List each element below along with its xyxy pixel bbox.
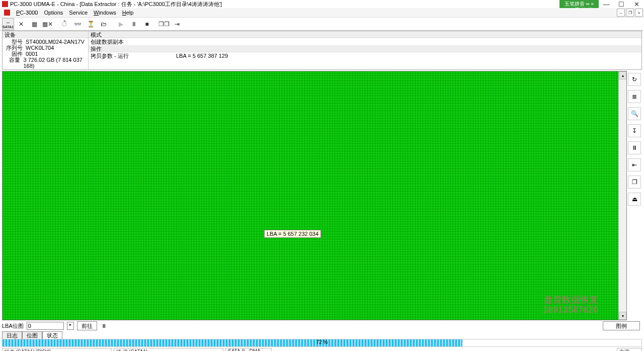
disk-x-icon[interactable]: ▦✕ xyxy=(41,18,53,30)
bottom-tabs: 日志 位图 状态 xyxy=(2,331,642,339)
header-panels: 设备 型号ST4000LM024-2AN17V 序列号WCK0L704 固件00… xyxy=(2,31,642,70)
fw-label: 固件 xyxy=(5,51,23,57)
watermark: 盘首数据恢复 18913587620 xyxy=(543,295,598,315)
serial-value: WCK0L704 xyxy=(26,45,54,51)
model-value: ST4000LM024-2AN17V xyxy=(26,39,85,45)
rail-pause-icon[interactable]: ⏸ xyxy=(628,141,641,154)
model-label: 型号 xyxy=(5,39,23,45)
window-title: PC-3000 UDMA-E - China - [Data Extractor… xyxy=(10,1,222,8)
tree-icon[interactable]: ੈ xyxy=(58,18,70,30)
menu-windows[interactable]: Windows xyxy=(91,10,119,16)
device-section-title: 设备 xyxy=(3,31,88,38)
menu-service[interactable]: Service xyxy=(66,10,91,16)
status-panel-errors: 错 误 (SATA1) BBKUNCINFABRTONAMN xyxy=(114,348,223,351)
sata-port-button[interactable]: ↔SATA1 xyxy=(2,18,14,30)
mode-value: 创建数据副本 xyxy=(91,39,639,45)
tab-log[interactable]: 日志 xyxy=(2,331,22,339)
op-section-title: 操作 xyxy=(89,45,641,52)
folder-icon[interactable]: 🗁 xyxy=(98,18,110,30)
rail-cursor-icon[interactable]: ↧ xyxy=(628,124,641,137)
status-panel-sata-title: SATA-II - DMA xyxy=(226,348,271,351)
mdi-controls: – ❐ × xyxy=(617,9,643,17)
menu-help[interactable]: Help xyxy=(119,10,137,16)
tools-icon[interactable]: ✕ xyxy=(15,18,27,30)
app-icon xyxy=(2,1,8,7)
system-menu-icon[interactable] xyxy=(4,10,10,16)
rail-copy-icon[interactable]: ❐ xyxy=(628,176,641,189)
titlebar: PC-3000 UDMA-E - China - [Data Extractor… xyxy=(0,0,644,8)
maximize-button[interactable]: ☐ xyxy=(614,0,629,8)
mdi-minimize-button[interactable]: – xyxy=(617,9,625,17)
content: LBA = 5 657 232 034 盘首数据恢复 18913587620 ▴… xyxy=(2,71,642,320)
exit-icon[interactable]: ⇥ xyxy=(171,18,183,30)
status-panel-power: 电源 5V12V xyxy=(617,348,642,351)
status-panel-errors-title: 错 误 (SATA1) xyxy=(114,348,223,351)
sector-map[interactable]: LBA = 5 657 232 034 盘首数据恢复 18913587620 xyxy=(3,71,618,320)
status-panel-power-title: 电源 xyxy=(617,348,641,351)
menubar: PC-3000 Options Service Windows Help – ❐… xyxy=(0,8,644,18)
minimize-button[interactable]: — xyxy=(599,0,614,8)
play-button[interactable]: ▶ xyxy=(115,18,127,30)
op-value: 拷贝参数 - 运行 xyxy=(91,53,176,59)
mode-section-title: 模式 xyxy=(89,31,641,38)
scroll-down-arrow[interactable]: ▾ xyxy=(619,312,626,320)
lba-go-button[interactable]: 前往 xyxy=(77,321,97,330)
lba-bar: LBA位图 ▸ 前往 ⏸ 图例 xyxy=(2,321,642,330)
serial-label: 序列号 xyxy=(5,45,23,51)
op-lba: LBA = 5 657 387 129 xyxy=(176,53,228,59)
rail-zoom-icon[interactable]: 🔍 xyxy=(628,107,641,120)
lba-input[interactable] xyxy=(27,322,64,330)
calendar-icon[interactable]: ▦ xyxy=(28,18,40,30)
tab-bitmap[interactable]: 位图 xyxy=(22,331,42,339)
rail-start-icon[interactable]: ⇤ xyxy=(628,158,641,171)
binoculars-icon[interactable]: 👓 xyxy=(71,18,84,30)
tab-state[interactable]: 状态 xyxy=(42,331,62,339)
cap-label: 容量 xyxy=(5,57,20,69)
pause-button[interactable]: ⏸ xyxy=(128,18,140,30)
lba-input-btn-icon[interactable]: ▸ xyxy=(67,322,74,330)
lba-pause-button[interactable]: ⏸ xyxy=(100,323,108,329)
fw-value: 0001 xyxy=(26,51,38,57)
mdi-restore-button[interactable]: ❐ xyxy=(626,9,634,17)
close-button[interactable]: ✕ xyxy=(629,0,644,8)
map-tooltip: LBA = 5 657 232 034 xyxy=(264,230,321,238)
rail-refresh-icon[interactable]: ↻ xyxy=(628,73,641,86)
toolbar: ↔SATA1 ✕ ▦ ▦✕ ੈ 👓 ⏳ 🗁 ▶ ⏸ ■ ❒❒ ⇥ xyxy=(0,18,644,31)
progress-bar: 72 % xyxy=(2,339,642,347)
map-vscrollbar[interactable]: ▴ ▾ xyxy=(618,71,626,320)
status-panels: 状态 (SATA1)-[PIO4] BSYDRDDWFDSCDRQCRRIDXE… xyxy=(2,348,642,351)
scroll-up-arrow[interactable]: ▴ xyxy=(619,71,626,79)
status-panel-state-title: 状态 (SATA1)-[PIO4] xyxy=(3,348,111,351)
progress-text: 72 % xyxy=(316,339,328,345)
stop-button[interactable]: ■ xyxy=(141,18,153,30)
menu-options[interactable]: Options xyxy=(41,10,66,16)
sector-map-wrap: LBA = 5 657 232 034 盘首数据恢复 18913587620 ▴… xyxy=(2,71,627,320)
rail-log-icon[interactable]: ≣ xyxy=(628,90,641,103)
watermark-line1: 盘首数据恢复 xyxy=(543,295,598,305)
menu-pc3000[interactable]: PC-3000 xyxy=(13,10,41,16)
lba-label: LBA位图 xyxy=(2,322,24,330)
watermark-line2: 18913587620 xyxy=(543,305,598,315)
right-rail: ↻ ≣ 🔍 ↧ ⏸ ⇤ ❐ ⏏ xyxy=(627,71,642,320)
cap-value: 3 726.02 GB (7 814 037 168) xyxy=(23,57,86,69)
window-controls: — ☐ ✕ xyxy=(599,0,644,8)
progress-fill xyxy=(3,339,462,346)
legend-button[interactable]: 图例 xyxy=(603,321,640,330)
mdi-close-button[interactable]: × xyxy=(635,9,643,17)
rail-eject-icon[interactable]: ⏏ xyxy=(628,193,641,206)
funnel-icon[interactable]: ⏳ xyxy=(85,18,97,30)
windows-icon[interactable]: ❒❒ xyxy=(158,18,170,30)
status-panel-sata: SATA-II - DMA PHYRQ xyxy=(225,348,272,351)
status-panel-state: 状态 (SATA1)-[PIO4] BSYDRDDWFDSCDRQCRRIDXE… xyxy=(2,348,112,351)
